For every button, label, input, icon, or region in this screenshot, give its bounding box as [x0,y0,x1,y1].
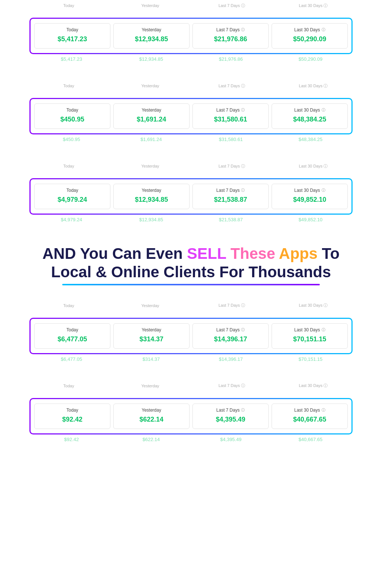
ghost-30days-2: $48,384.25 [272,137,349,142]
ghost-today-4: $6,477.05 [33,356,110,362]
headline-sell: SELL [187,245,226,262]
stats-card-group-1: Today $5,417.23 Yesterday $12,934.85 Las… [29,18,353,54]
stat-label-yesterday-4: Yesterday [142,327,161,332]
stat-label-30days-4: Last 30 Days ⓘ [294,327,325,332]
stat-value-7days-5: $4,395.49 [216,416,245,423]
page-wrapper: Today Yesterday Last 7 Days ⓘ Last 30 Da… [0,0,382,453]
ghost-yesterday-1: $12,934.85 [113,56,190,62]
stat-label-yesterday-1: Yesterday [142,27,161,32]
stats-card-group-2: Today $450.95 Yesterday $1,691.24 Last 7… [29,98,353,134]
partial-top-4: Today Yesterday Last 7 Days ⓘ Last 30 Da… [0,300,382,311]
ghost-today-1: $5,417.23 [33,56,110,62]
stat-card-yesterday-5: Yesterday $622.14 [113,404,190,429]
stats-card-group-5: Today $92.42 Yesterday $622.14 Last 7 Da… [29,398,353,434]
headline-these: These [226,245,275,262]
partial-label-today-1: Today [29,3,108,8]
info-icon-7days-1: ⓘ [241,27,245,32]
stats-card-group-3: Today $4,979.24 Yesterday $12,934.85 Las… [29,178,353,215]
stat-card-7days-1: Last 7 Days ⓘ $21,976.86 [192,23,269,49]
ghost-30days-1: $50,290.09 [272,56,349,62]
stat-card-yesterday-3: Yesterday $12,934.85 [113,184,190,209]
ghost-30days-3: $49,852.10 [272,217,349,222]
partial-label-yesterday-1: Yesterday [111,3,190,8]
stat-label-7days-3: Last 7 Days ⓘ [216,188,245,193]
stat-card-7days-2: Last 7 Days ⓘ $31,580.61 [192,103,269,129]
ghost-values-3: $4,979.24 $12,934.85 $21,538.87 $49,852.… [29,215,353,222]
partial-label-7days-2: Last 7 Days ⓘ [192,83,271,89]
partial-label-today-3: Today [29,164,108,168]
ghost-yesterday-2: $1,691.24 [113,137,190,142]
partial-label-today-2: Today [29,84,108,88]
ghost-7days-1: $21,976.86 [192,56,269,62]
spacer-2 [0,146,382,161]
stat-label-30days-5: Last 30 Days ⓘ [294,408,325,413]
stat-card-30days-5: Last 30 Days ⓘ $40,667.65 [272,404,348,429]
spacer-1 [0,66,382,80]
ghost-30days-4: $70,151.15 [272,356,349,362]
ghost-today-5: $92.42 [33,437,110,442]
stats-card-group-4: Today $6,477.05 Yesterday $314.37 Last 7… [29,318,353,354]
ghost-yesterday-3: $12,934.85 [113,217,190,222]
ghost-today-3: $4,979.24 [33,217,110,222]
ghost-30days-5: $40,667.65 [272,437,349,442]
stat-value-7days-1: $21,976.86 [214,35,247,43]
ghost-values-2: $450.95 $1,691.24 $31,580.61 $48,384.25 [29,134,353,142]
stat-label-today-3: Today [66,188,78,193]
stat-label-today-5: Today [66,408,78,413]
stat-value-30days-1: $50,290.09 [293,35,326,43]
partial-label-yesterday-2: Yesterday [111,84,190,88]
stats-section-3: Today $4,979.24 Yesterday $12,934.85 Las… [0,172,382,226]
info-icon-7days-3: ⓘ [241,188,245,193]
info-icon-7days-4: ⓘ [241,327,245,332]
partial-label-7days-3: Last 7 Days ⓘ [192,163,271,169]
info-icon-30days-2: ⓘ [322,108,325,113]
stat-label-today-2: Today [66,108,78,113]
partial-label-30days-3: Last 30 Days ⓘ [274,163,353,169]
stat-value-7days-3: $21,538.87 [214,196,247,204]
headline-section: AND You Can Even SELL These Apps To Loca… [0,226,382,300]
stat-value-today-2: $450.95 [60,116,84,123]
stat-label-30days-2: Last 30 Days ⓘ [294,108,325,113]
stat-card-30days-4: Last 30 Days ⓘ $70,151.15 [272,323,348,349]
info-icon-30days-1: ⓘ [322,27,325,32]
stat-label-30days-1: Last 30 Days ⓘ [294,27,325,32]
info-icon-7days-5: ⓘ [241,408,245,413]
partial-label-30days-2: Last 30 Days ⓘ [274,83,353,89]
stat-value-today-4: $6,477.05 [57,335,87,343]
headline-after: To [318,245,340,262]
stat-card-7days-5: Last 7 Days ⓘ $4,395.49 [192,404,269,429]
partial-label-yesterday-3: Yesterday [111,164,190,168]
stat-value-today-5: $92.42 [62,416,82,423]
partial-top-1: Today Yesterday Last 7 Days ⓘ Last 30 Da… [0,0,382,11]
stat-value-yesterday-1: $12,934.85 [135,35,168,43]
stat-label-7days-5: Last 7 Days ⓘ [216,408,245,413]
stat-value-7days-4: $14,396.17 [214,335,247,343]
info-icon-30days-5: ⓘ [322,408,325,413]
ghost-values-1: $5,417.23 $12,934.85 $21,976.86 $50,290.… [29,54,353,62]
ghost-yesterday-4: $314.37 [113,356,190,362]
stat-value-today-1: $5,417.23 [57,35,87,43]
headline-line2: Local & Online Clients For Thousands [51,263,331,281]
stat-value-yesterday-5: $622.14 [139,416,163,423]
partial-label-7days-5: Last 7 Days ⓘ [192,383,271,388]
ghost-7days-3: $21,538.87 [192,217,269,222]
partial-label-today-4: Today [29,303,108,308]
headline-before: AND You Can Even [42,245,187,262]
stat-card-7days-3: Last 7 Days ⓘ $21,538.87 [192,184,269,209]
headline-apps: Apps [275,245,318,262]
ghost-values-5: $92.42 $622.14 $4,395.49 $40,667.65 [29,434,353,442]
stat-card-today-1: Today $5,417.23 [34,23,110,49]
stat-card-today-2: Today $450.95 [34,103,110,129]
stat-card-30days-3: Last 30 Days ⓘ $49,852.10 [272,184,348,209]
info-icon-7days-2: ⓘ [241,108,245,113]
headline-text: AND You Can Even SELL These Apps To Loca… [22,244,360,282]
stat-card-yesterday-2: Yesterday $1,691.24 [113,103,190,129]
ghost-today-2: $450.95 [33,137,110,142]
partial-label-30days-4: Last 30 Days ⓘ [274,303,353,308]
info-icon-30days-4: ⓘ [322,327,325,332]
stat-label-yesterday-2: Yesterday [142,108,161,113]
stat-label-7days-2: Last 7 Days ⓘ [216,108,245,113]
ghost-yesterday-5: $622.14 [113,437,190,442]
stat-card-yesterday-4: Yesterday $314.37 [113,323,190,349]
partial-label-30days-5: Last 30 Days ⓘ [274,383,353,388]
